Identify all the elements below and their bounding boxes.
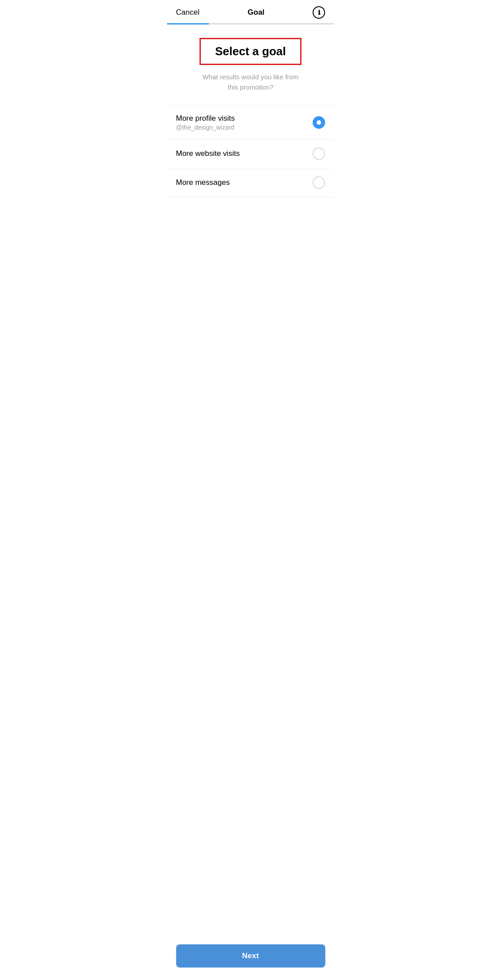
radio-btn-2[interactable] [313, 147, 325, 160]
option-label-1: More profile visits [176, 114, 235, 123]
radio-btn-3[interactable] [313, 176, 325, 189]
info-icon: ℹ [318, 9, 320, 16]
option-more-profile-visits[interactable]: More profile visits @the_design_wizard [167, 106, 334, 139]
info-button[interactable]: ℹ [313, 6, 325, 19]
progress-segment-4 [292, 23, 334, 24]
option-more-messages[interactable]: More messages [167, 168, 334, 197]
main-content: Select a goal What results would you lik… [167, 24, 334, 92]
header: Cancel Goal ℹ [167, 0, 334, 19]
option-label-2: More website visits [176, 149, 240, 158]
goal-title: Select a goal [215, 45, 286, 58]
goal-subtitle: What results would you like fromthis pro… [176, 72, 325, 92]
page-title: Goal [248, 8, 265, 17]
option-text-group-1: More profile visits @the_design_wizard [176, 114, 235, 131]
option-more-website-visits[interactable]: More website visits [167, 139, 334, 168]
progress-bar [167, 19, 334, 24]
options-list: More profile visits @the_design_wizard M… [167, 106, 334, 197]
progress-segment-2 [209, 23, 251, 24]
progress-segment-3 [251, 23, 293, 24]
option-text-group-2: More website visits [176, 149, 240, 158]
option-text-group-3: More messages [176, 178, 230, 187]
goal-title-box: Select a goal [200, 38, 301, 65]
radio-btn-1[interactable] [313, 116, 325, 129]
option-label-3: More messages [176, 178, 230, 187]
progress-segment-1 [167, 23, 209, 24]
option-sublabel-1: @the_design_wizard [176, 124, 234, 131]
cancel-button[interactable]: Cancel [176, 8, 200, 17]
